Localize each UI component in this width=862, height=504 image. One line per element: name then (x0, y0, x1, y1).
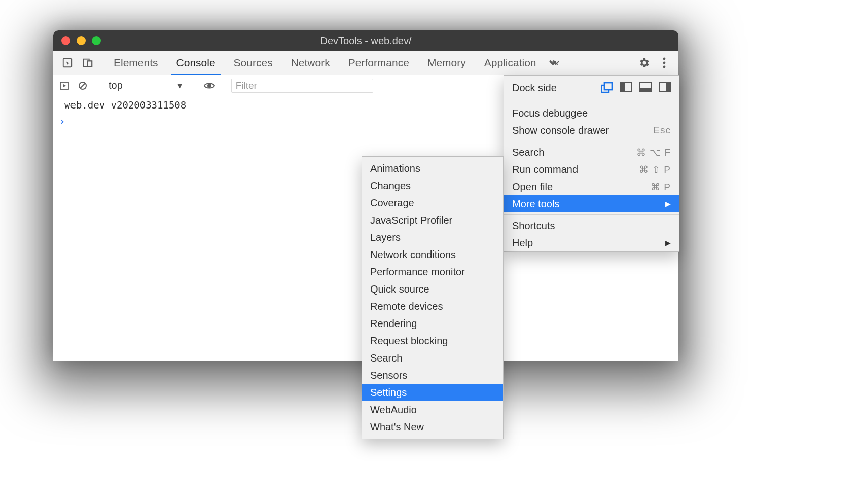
filter-input[interactable]: Filter (231, 79, 373, 93)
tab-network[interactable]: Network (282, 51, 339, 75)
submenu-item-request-blocking[interactable]: Request blocking (362, 332, 503, 349)
menu-item-help[interactable]: Help▶ (504, 234, 679, 251)
submenu-item-coverage[interactable]: Coverage (362, 194, 503, 211)
menu-item-shortcuts[interactable]: Shortcuts (504, 217, 679, 234)
submenu-item-network-conditions[interactable]: Network conditions (362, 246, 503, 263)
execution-context-value: top (109, 80, 123, 91)
svg-point-9 (208, 84, 211, 87)
menu-item-label: Focus debuggee (512, 107, 588, 119)
submenu-item-javascript-profiler[interactable]: JavaScript Profiler (362, 211, 503, 229)
submenu-item-animations[interactable]: Animations (362, 160, 503, 177)
live-expression-eye-icon[interactable] (202, 79, 217, 93)
caret-down-icon: ▼ (176, 82, 184, 90)
panel-tabstrip: ElementsConsoleSourcesNetworkPerformance… (53, 51, 678, 75)
dock-right-icon[interactable] (659, 82, 671, 92)
submenu-item-settings[interactable]: Settings (362, 384, 503, 401)
menu-item-shortcut: ⌘ ⌥ F (636, 147, 671, 158)
submenu-item-layers[interactable]: Layers (362, 229, 503, 246)
menu-item-label: More tools (512, 198, 559, 210)
submenu-item-webaudio[interactable]: WebAudio (362, 401, 503, 418)
dock-side-row: Dock side (504, 76, 679, 100)
dock-left-icon[interactable] (620, 82, 632, 92)
dock-bottom-icon[interactable] (639, 82, 652, 92)
submenu-item-rendering[interactable]: Rendering (362, 315, 503, 332)
inspect-element-icon[interactable] (58, 54, 77, 72)
devtools-window: DevTools - web.dev/ (53, 30, 678, 361)
menu-item-label: Run command (512, 164, 578, 175)
submenu-item-remote-devices[interactable]: Remote devices (362, 298, 503, 315)
tab-application[interactable]: Application (475, 51, 546, 75)
menu-item-label: Open file (512, 181, 553, 193)
menu-item-shortcut: Esc (653, 125, 671, 136)
menu-item-label: Show console drawer (512, 125, 609, 136)
submenu-item-changes[interactable]: Changes (362, 177, 503, 194)
menu-item-shortcut: ⌘ P (651, 181, 671, 193)
svg-point-6 (663, 65, 666, 68)
menu-item-run-command[interactable]: Run command⌘ ⇧ P (504, 161, 679, 178)
titlebar: DevTools - web.dev/ (53, 30, 678, 51)
device-toolbar-icon[interactable] (79, 54, 97, 72)
tab-memory[interactable]: Memory (418, 51, 475, 75)
svg-point-4 (663, 57, 666, 60)
settings-gear-icon[interactable] (635, 54, 653, 72)
clear-console-icon[interactable] (76, 79, 90, 93)
menu-item-label: Help (512, 237, 533, 249)
dock-undock-icon[interactable] (601, 82, 613, 93)
submenu-item-search[interactable]: Search (362, 349, 503, 367)
submenu-item-quick-source[interactable]: Quick source (362, 280, 503, 298)
svg-point-5 (663, 61, 666, 64)
dock-side-label: Dock side (512, 82, 557, 94)
tab-sources[interactable]: Sources (225, 51, 282, 75)
submenu-arrow-icon: ▶ (665, 239, 671, 247)
menu-item-search[interactable]: Search⌘ ⌥ F (504, 143, 679, 161)
menu-item-label: Shortcuts (512, 220, 555, 232)
menu-item-more-tools[interactable]: More tools▶ (504, 195, 679, 212)
sidebar-toggle-icon[interactable] (57, 79, 71, 93)
tab-console[interactable]: Console (167, 51, 225, 75)
menu-item-show-console-drawer[interactable]: Show console drawerEsc (504, 122, 679, 139)
tabs-overflow-button[interactable] (545, 59, 563, 66)
svg-rect-2 (88, 61, 92, 66)
submenu-item-what-s-new[interactable]: What's New (362, 418, 503, 436)
tab-performance[interactable]: Performance (339, 51, 418, 75)
main-menu: Dock side Focus debuggeeShow console (504, 75, 679, 252)
submenu-arrow-icon: ▶ (665, 200, 671, 208)
menu-item-shortcut: ⌘ ⇧ P (639, 164, 671, 175)
menu-item-open-file[interactable]: Open file⌘ P (504, 178, 679, 195)
menu-item-focus-debuggee[interactable]: Focus debuggee (504, 104, 679, 122)
kebab-menu-icon[interactable] (655, 54, 673, 72)
submenu-item-performance-monitor[interactable]: Performance monitor (362, 263, 503, 280)
execution-context-select[interactable]: top ▼ (104, 79, 188, 92)
submenu-item-sensors[interactable]: Sensors (362, 367, 503, 384)
svg-rect-11 (604, 83, 612, 90)
more-tools-submenu: AnimationsChangesCoverageJavaScript Prof… (362, 156, 504, 439)
menu-item-label: Search (512, 147, 544, 158)
tab-elements[interactable]: Elements (104, 51, 167, 75)
filter-placeholder: Filter (236, 80, 257, 91)
window-title: DevTools - web.dev/ (53, 35, 678, 47)
